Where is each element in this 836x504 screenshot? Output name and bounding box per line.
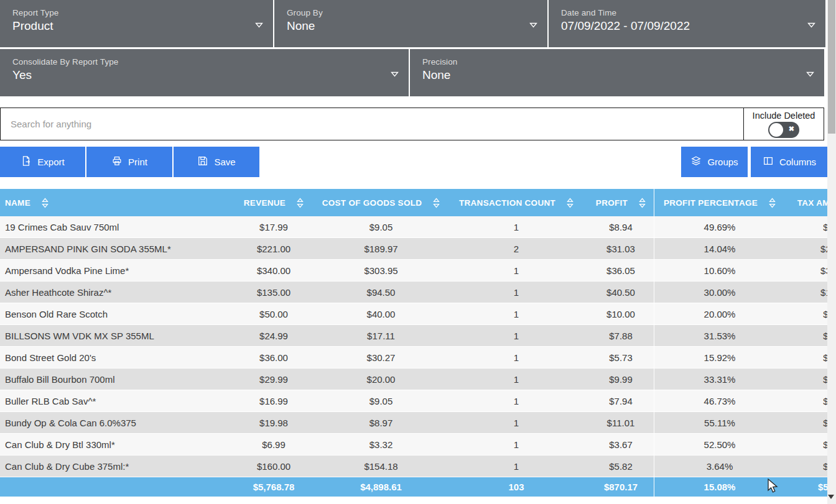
column-header-transaction_count[interactable]: TRANSACTION COUNT bbox=[445, 189, 588, 216]
consolidate-value: Yes bbox=[12, 68, 381, 82]
cell-revenue: $340.00 bbox=[230, 260, 317, 281]
cell-cost_of_goods_sold: $9.05 bbox=[317, 216, 445, 237]
cell-tax_amount: $20.09 bbox=[785, 238, 828, 259]
table-row[interactable]: AMPERSAND PINK GIN SODA 355ML*$221.00$18… bbox=[0, 238, 828, 260]
consolidate-label: Consolidate By Report Type bbox=[12, 57, 381, 66]
cell-tax_amount: $1.45 bbox=[785, 456, 828, 477]
table-row[interactable]: Buller RLB Cab Sav^*$16.99$9.051$7.9446.… bbox=[0, 390, 828, 412]
cell-cost_of_goods_sold: $3.32 bbox=[317, 434, 445, 455]
cell-revenue: $17.99 bbox=[230, 216, 317, 237]
sort-icon bbox=[433, 198, 440, 208]
date-range-dropdown[interactable]: Date and Time 07/09/2022 - 07/09/2022 bbox=[549, 0, 825, 47]
cell-tax_amount: $1.82 bbox=[785, 412, 828, 433]
cell-revenue: $24.99 bbox=[230, 325, 317, 346]
cell-profit: $10.00 bbox=[588, 303, 654, 324]
group-by-value: None bbox=[287, 19, 520, 33]
table-row[interactable]: Ampersand Vodka Pine Lime*$340.00$303.95… bbox=[0, 260, 828, 282]
cell-profit: $40.50 bbox=[588, 282, 654, 303]
column-header-revenue[interactable]: REVENUE bbox=[230, 189, 317, 216]
filter-bar-row-2: Consolidate By Report Type Yes Precision… bbox=[0, 49, 836, 96]
cell-profit: $5.73 bbox=[588, 347, 654, 368]
cell-transaction_count: 1 bbox=[445, 347, 588, 368]
cell-profit_percentage: 14.04% bbox=[654, 238, 785, 259]
cell-cost_of_goods_sold: $40.00 bbox=[317, 303, 445, 324]
cell-revenue: $50.00 bbox=[230, 303, 317, 324]
columns-button[interactable]: Columns bbox=[751, 147, 828, 177]
cell-tax_amount: $3.27 bbox=[785, 347, 828, 368]
column-header-name[interactable]: NAME bbox=[0, 189, 230, 216]
chevron-down-icon bbox=[806, 68, 814, 80]
cell-transaction_count: 1 bbox=[445, 369, 588, 390]
layers-icon bbox=[690, 155, 702, 168]
group-by-label: Group By bbox=[287, 8, 520, 17]
save-button[interactable]: Save bbox=[174, 147, 259, 177]
column-header-label: COST OF GOODS SOLD bbox=[322, 198, 422, 208]
cell-transaction_count: 1 bbox=[445, 390, 588, 411]
column-header-tax_amount[interactable]: TAX AMOUNT bbox=[785, 189, 828, 216]
filter-bar-row-1: Report Type Product Group By None Date a… bbox=[0, 0, 836, 47]
cell-name: Asher Heathcote Shiraz^* bbox=[0, 282, 230, 303]
cell-revenue: $135.00 bbox=[230, 282, 317, 303]
cell-tax_amount: $2.27 bbox=[785, 325, 828, 346]
print-icon bbox=[111, 155, 123, 168]
scroll-down-arrow-icon[interactable] bbox=[828, 495, 834, 499]
precision-value: None bbox=[422, 68, 797, 82]
column-header-label: TAX AMOUNT bbox=[797, 198, 828, 208]
table-row[interactable]: Buffalo Bill Bourbon 700ml$29.99$20.001$… bbox=[0, 369, 828, 390]
table-row[interactable]: 19 Crimes Cab Sauv 750ml$17.99$9.051$8.9… bbox=[0, 216, 828, 238]
search-field-container bbox=[1, 108, 743, 140]
precision-label: Precision bbox=[422, 57, 797, 66]
cell-profit_percentage: 15.92% bbox=[654, 347, 785, 368]
total-profit_percentage: 15.08% bbox=[654, 477, 785, 497]
cell-profit: $3.67 bbox=[588, 434, 654, 455]
cell-cost_of_goods_sold: $189.97 bbox=[317, 238, 445, 259]
cell-revenue: $160.00 bbox=[230, 456, 317, 477]
cell-transaction_count: 1 bbox=[445, 456, 588, 477]
cell-name: 19 Crimes Cab Sauv 750ml bbox=[0, 216, 230, 237]
group-by-dropdown[interactable]: Group By None bbox=[274, 0, 547, 47]
toggle-knob-icon bbox=[769, 123, 783, 137]
vertical-scrollbar[interactable] bbox=[827, 0, 836, 504]
cell-transaction_count: 1 bbox=[445, 216, 588, 237]
groups-button[interactable]: Groups bbox=[681, 147, 748, 177]
print-button[interactable]: Print bbox=[86, 147, 172, 177]
table-row[interactable]: Asher Heathcote Shiraz^*$135.00$94.501$4… bbox=[0, 282, 828, 303]
cell-name: Can Club & Dry Btl 330ml* bbox=[0, 434, 230, 455]
column-header-profit_percentage[interactable]: PROFIT PERCENTAGE bbox=[654, 189, 785, 216]
cell-tax_amount: $30.91 bbox=[785, 260, 828, 281]
cell-name: Ampersand Vodka Pine Lime* bbox=[0, 260, 230, 281]
include-deleted-toggle[interactable]: ✖ bbox=[768, 122, 799, 138]
export-button[interactable]: Export bbox=[0, 147, 85, 177]
cell-tax_amount: $2.73 bbox=[785, 369, 828, 390]
totals-row: $5,768.78$4,898.61103$870.1715.08%$524.4… bbox=[0, 477, 828, 497]
column-header-profit[interactable]: PROFIT bbox=[588, 189, 654, 216]
cell-profit_percentage: 20.00% bbox=[654, 303, 785, 324]
table-row[interactable]: Bond Street Gold 20's$36.00$30.271$5.731… bbox=[0, 347, 828, 369]
table-row[interactable]: BILLSONS WM VDK MX SP 355ML$24.99$17.111… bbox=[0, 325, 828, 347]
cell-transaction_count: 2 bbox=[445, 238, 588, 259]
cell-name: Bundy Op & Cola Can 6.0%375 bbox=[0, 412, 230, 433]
table-row[interactable]: Benson Old Rare Scotch$50.00$40.001$10.0… bbox=[0, 303, 828, 325]
table-row[interactable]: Bundy Op & Cola Can 6.0%375$19.98$8.971$… bbox=[0, 412, 828, 434]
cell-profit: $11.01 bbox=[588, 412, 654, 433]
report-type-dropdown[interactable]: Report Type Product bbox=[0, 0, 273, 47]
total-transaction_count: 103 bbox=[445, 477, 588, 497]
toggle-off-x-icon: ✖ bbox=[789, 125, 794, 133]
export-icon bbox=[21, 155, 32, 168]
cell-profit: $5.82 bbox=[588, 456, 654, 477]
cell-cost_of_goods_sold: $94.50 bbox=[317, 282, 445, 303]
column-header-cost_of_goods_sold[interactable]: COST OF GOODS SOLD bbox=[317, 189, 445, 216]
cell-profit_percentage: 46.73% bbox=[654, 390, 785, 411]
search-input[interactable] bbox=[1, 108, 743, 140]
column-header-label: NAME bbox=[5, 198, 30, 208]
table-row[interactable]: Can Club & Dry Cube 375ml:*$160.00$154.1… bbox=[0, 456, 828, 477]
report-type-label: Report Type bbox=[12, 8, 246, 17]
scrollbar-thumb[interactable] bbox=[828, 0, 835, 134]
cell-transaction_count: 1 bbox=[445, 260, 588, 281]
columns-button-label: Columns bbox=[779, 157, 816, 167]
total-revenue: $5,768.78 bbox=[230, 477, 317, 497]
table-row[interactable]: Can Club & Dry Btl 330ml*$6.99$3.321$3.6… bbox=[0, 434, 828, 456]
consolidate-dropdown[interactable]: Consolidate By Report Type Yes bbox=[0, 49, 409, 96]
precision-dropdown[interactable]: Precision None bbox=[410, 49, 824, 96]
cell-profit: $7.94 bbox=[588, 390, 654, 411]
